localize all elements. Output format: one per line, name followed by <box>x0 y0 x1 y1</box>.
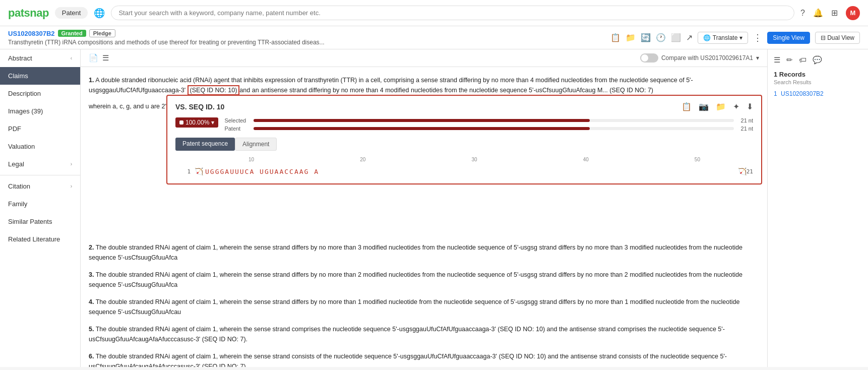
records-label: Search Results <box>774 79 862 85</box>
claim-5-text: 5. The double stranded RNAi agent of cla… <box>89 324 759 344</box>
sidebar-label-family: Family <box>8 200 27 208</box>
records-count: 1 Records <box>774 71 862 78</box>
layout-icon[interactable]: ⬜ <box>671 33 681 42</box>
claims-below: 2. The double stranded RNAi agent of cla… <box>89 242 759 367</box>
claim-4-text: 4. The double stranded RNAi agent of cla… <box>89 297 759 317</box>
seq-arrow-right-icon: 🏹 <box>738 167 747 175</box>
tag-icon[interactable]: 🏷 <box>799 55 807 65</box>
sidebar-item-related-literature[interactable]: Related Literature <box>0 230 80 248</box>
seq-num-left: 1 <box>175 168 191 175</box>
sidebar-label-valuation: Valuation <box>8 143 35 150</box>
citation-chevron-icon: › <box>71 183 72 189</box>
claim-5: 5. The double stranded RNAi agent of cla… <box>89 324 759 344</box>
seq-id-highlight[interactable]: (SEQ ID NO: 10) <box>188 85 240 95</box>
compare-toggle: Compare with US20170029617A1 ▾ <box>640 53 759 63</box>
list-view-icon[interactable]: ☰ <box>774 55 780 65</box>
claim-2-text: 2. The double stranded RNAi agent of cla… <box>89 242 759 263</box>
more-icon[interactable]: ⋮ <box>753 32 762 43</box>
right-panel-toolbar: ☰ ✏ 🏷 💬 <box>774 55 862 65</box>
tab-alignment[interactable]: Alignment <box>235 138 277 151</box>
content-body: 1. A double stranded ribonucleic acid (R… <box>81 67 767 367</box>
sidebar-item-claims[interactable]: Claims <box>0 67 80 85</box>
sidebar-item-legal[interactable]: Legal › <box>0 155 80 173</box>
seq-star-icon[interactable]: ✦ <box>733 102 739 111</box>
ruler-40: 40 <box>530 157 642 162</box>
seq-sequence-row: 1 🏹 UGGGAUUUCA UGUAACCAAG A 🏹 21 <box>175 165 753 177</box>
main-layout: Abstract ‹ Claims Description Images (39… <box>0 49 868 367</box>
folder-icon[interactable]: 📁 <box>626 33 636 42</box>
content-area: 📄 ☰ Compare with US20170029617A1 ▾ 1. A … <box>81 49 767 367</box>
search-input[interactable] <box>118 9 787 17</box>
claim-2: 2. The double stranded RNAi agent of cla… <box>89 242 759 263</box>
seq-download-icon[interactable]: ⬇ <box>747 102 753 111</box>
history-icon[interactable]: 🕐 <box>656 33 666 42</box>
share-icon[interactable]: ↗ <box>686 33 693 42</box>
selected-label: Selected <box>224 117 250 124</box>
seq-arrow-left-icon: 🏹 <box>195 167 203 175</box>
seq-camera-icon[interactable]: 📷 <box>699 102 709 111</box>
toggle-knob <box>641 54 648 61</box>
record-link[interactable]: US10208307B2 <box>781 90 824 97</box>
claim-3: 3. The double stranded RNAi agent of cla… <box>89 270 759 290</box>
sidebar-label-legal: Legal <box>8 160 24 168</box>
seq-popup-toolbar: 📋 📷 📁 ✦ ⬇ <box>681 102 753 111</box>
comment-icon[interactable]: 💬 <box>813 55 822 65</box>
claim-6-text: 6. The double stranded RNAi agent of cla… <box>89 351 759 367</box>
sidebar-item-similar-patents[interactable]: Similar Patents <box>0 213 80 230</box>
sidebar-label-description: Description <box>8 90 41 97</box>
claim-1-text: 1. A double stranded ribonucleic acid (R… <box>89 75 759 95</box>
sidebar-item-abstract[interactable]: Abstract ‹ <box>0 49 80 67</box>
record-number: 1 <box>774 90 777 97</box>
seq-num-right: 21 <box>747 168 753 175</box>
patent-bar-row: Patent 21 nt <box>224 126 753 132</box>
tab-patent-sequence[interactable]: Patent sequence <box>175 138 235 151</box>
list-icon[interactable]: ☰ <box>102 53 109 63</box>
sidebar-item-description[interactable]: Description <box>0 85 80 102</box>
selected-bar-fill <box>254 119 590 122</box>
sidebar-item-citation[interactable]: Citation › <box>0 177 80 195</box>
seq-copy-icon[interactable]: 📋 <box>681 102 692 111</box>
edit-icon[interactable]: ✏ <box>786 55 793 65</box>
avatar[interactable]: M <box>846 6 860 20</box>
right-panel: ☰ ✏ 🏷 💬 1 Records Search Results 1 US102… <box>767 49 868 367</box>
patent-bar-track <box>254 127 734 130</box>
ruler-10: 10 <box>196 157 307 162</box>
claim-3-text: 3. The double stranded RNAi agent of cla… <box>89 270 759 290</box>
globe-icon[interactable]: 🌐 <box>94 8 105 19</box>
seq-folder-icon[interactable]: 📁 <box>716 102 726 111</box>
single-view-button[interactable]: Single View <box>767 32 810 44</box>
content-toolbar: 📄 ☰ Compare with US20170029617A1 ▾ <box>81 49 767 67</box>
translate-button[interactable]: 🌐 Translate ▾ <box>698 32 749 44</box>
dual-view-button[interactable]: ⊟ Dual View <box>815 32 860 44</box>
translate-label: Translate <box>713 34 738 41</box>
percent-badge[interactable]: 100.00% ▾ <box>175 117 218 128</box>
patent-number[interactable]: US10208307B2 <box>8 30 55 37</box>
refresh-icon[interactable]: 🔄 <box>641 33 651 42</box>
compare-chevron-icon[interactable]: ▾ <box>756 54 759 61</box>
seq-ruler: 10 20 30 40 50 <box>175 157 753 165</box>
sidebar-collapse-icon: ‹ <box>71 55 72 61</box>
sidebar-item-family[interactable]: Family <box>0 195 80 213</box>
help-icon[interactable]: ? <box>800 9 805 18</box>
apps-icon[interactable]: ⊞ <box>831 8 838 18</box>
claim-6: 6. The double stranded RNAi agent of cla… <box>89 351 759 367</box>
badge-granted: Granted <box>58 30 86 37</box>
header: patsnap Patent 🌐 ? 🔔 ⊞ M <box>0 0 868 26</box>
seq-popup-title: VS. SEQ ID. 10 <box>175 103 224 111</box>
logo: patsnap <box>8 7 49 20</box>
sidebar-label-claims: Claims <box>8 72 28 80</box>
sidebar-item-images[interactable]: Images (39) <box>0 102 80 120</box>
sidebar-item-pdf[interactable]: PDF <box>0 120 80 138</box>
copy-icon[interactable]: 📋 <box>610 33 621 42</box>
legal-chevron-icon: › <box>71 161 72 167</box>
compare-switch[interactable] <box>640 53 658 63</box>
record-item-1[interactable]: 1 US10208307B2 <box>774 90 862 97</box>
badge-pledge[interactable]: Pledge <box>89 29 115 37</box>
sidebar-item-valuation[interactable]: Valuation <box>0 138 80 155</box>
patent-id: US10208307B2 Granted Pledge <box>8 29 325 37</box>
doc-icon[interactable]: 📄 <box>89 53 98 63</box>
patent-tab[interactable]: Patent <box>55 7 88 19</box>
subheader-left: US10208307B2 Granted Pledge Transthyreti… <box>8 29 325 46</box>
dual-view-label: Dual View <box>827 34 854 41</box>
notification-icon[interactable]: 🔔 <box>813 8 823 18</box>
